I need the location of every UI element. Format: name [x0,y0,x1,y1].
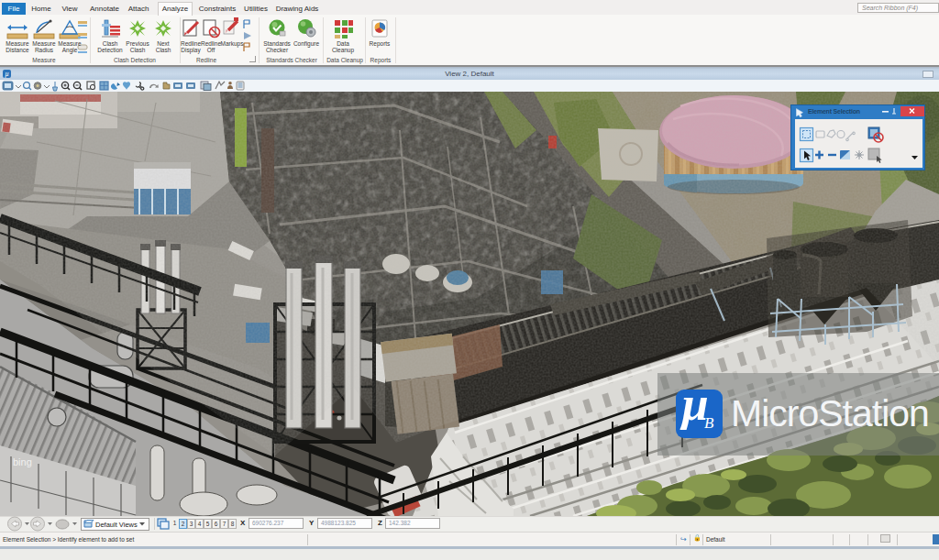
svg-text:Default Views: Default Views [95,521,138,529]
svg-text:bing: bing [13,456,32,467]
